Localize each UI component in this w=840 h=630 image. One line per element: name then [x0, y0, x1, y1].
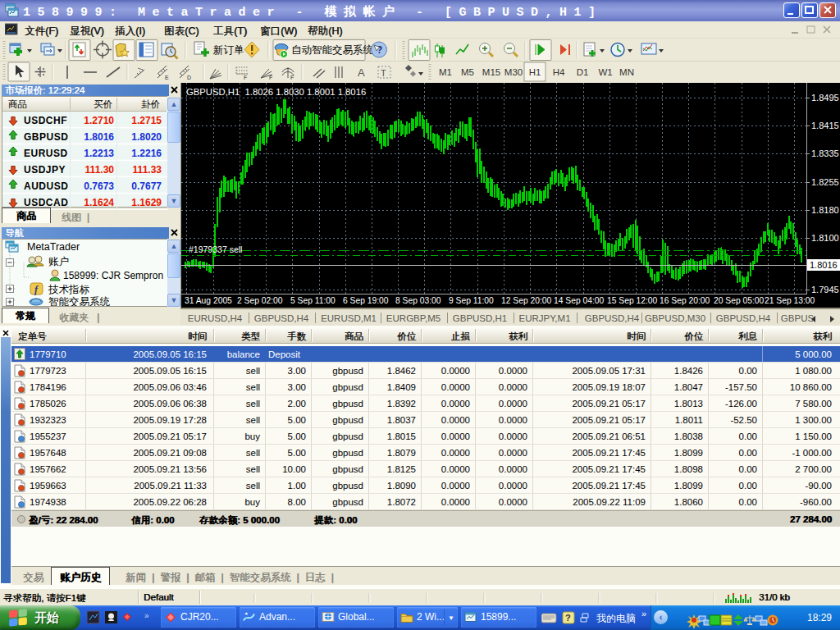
svg-text:MetaTrader: MetaTrader — [27, 241, 80, 253]
svg-text:15 Sep 12:00: 15 Sep 12:00 — [607, 296, 658, 305]
svg-text:1.8020: 1.8020 — [131, 131, 162, 143]
svg-text:GBPUSD,H1 1.8026 1.8030 1.800: GBPUSD,H1 1.8026 1.8030 1.8001 1.8016 — [186, 87, 366, 97]
svg-text:USDCHF: USDCHF — [24, 115, 67, 126]
svg-text:账户: 账户 — [48, 256, 69, 267]
svg-text:D1: D1 — [577, 67, 589, 77]
svg-text:158999: CJR Sempron: 158999: CJR Sempron — [63, 270, 163, 281]
svg-text:F: F — [244, 75, 247, 80]
svg-text:EURUSD: EURUSD — [24, 148, 68, 159]
svg-text:12 Sep 20:00: 12 Sep 20:00 — [501, 296, 552, 305]
svg-text:M5: M5 — [461, 67, 474, 77]
svg-text:1.1629: 1.1629 — [131, 197, 162, 208]
svg-text:T: T — [381, 68, 386, 78]
svg-text:1.7945: 1.7945 — [811, 285, 839, 294]
svg-text:1.8100: 1.8100 — [811, 233, 839, 243]
svg-text:F: F — [269, 75, 272, 80]
svg-text:H1: H1 — [529, 67, 541, 77]
svg-text:M15: M15 — [482, 67, 500, 77]
svg-text:1.8016: 1.8016 — [810, 260, 838, 270]
svg-text:1.8255: 1.8255 — [811, 177, 839, 187]
svg-text:自动智能交易系统: 自动智能交易系统 — [291, 44, 374, 56]
svg-text:D: D — [187, 75, 191, 80]
svg-text:USDJPY: USDJPY — [24, 164, 66, 176]
svg-text:新订单: 新订单 — [213, 44, 244, 56]
svg-text:H4: H4 — [553, 67, 565, 77]
svg-text:1.2715: 1.2715 — [131, 115, 162, 126]
svg-text:2 Sep 02:00: 2 Sep 02:00 — [237, 296, 283, 305]
svg-text:6 Sep 19:00: 6 Sep 19:00 — [343, 296, 389, 305]
svg-text:USDCAD: USDCAD — [24, 197, 68, 208]
svg-text:M1: M1 — [439, 67, 452, 77]
svg-text:1.8495: 1.8495 — [811, 93, 839, 103]
svg-text:0.7673: 0.7673 — [84, 180, 114, 192]
svg-text:20 Sep 05:00: 20 Sep 05:00 — [714, 296, 765, 305]
svg-text:111.33: 111.33 — [133, 164, 162, 176]
svg-text:F: F — [290, 75, 294, 80]
svg-text:1.8335: 1.8335 — [811, 148, 839, 158]
svg-text:技术指标: 技术指标 — [48, 284, 90, 295]
svg-text:0.7677: 0.7677 — [131, 180, 162, 192]
svg-text:1.1624: 1.1624 — [84, 197, 114, 208]
svg-text:GBPUSD: GBPUSD — [24, 131, 68, 143]
svg-text:111.30: 111.30 — [85, 164, 115, 176]
svg-text:8 Sep 03:00: 8 Sep 03:00 — [395, 296, 441, 305]
svg-text:1.8180: 1.8180 — [811, 205, 839, 215]
svg-text:21 Sep 13:00: 21 Sep 13:00 — [765, 296, 815, 305]
svg-text:?: ? — [377, 44, 382, 56]
svg-text:A: A — [358, 66, 365, 79]
svg-text:1.2216: 1.2216 — [131, 148, 162, 159]
svg-text:E: E — [165, 75, 169, 80]
svg-text:9 Sep 11:00: 9 Sep 11:00 — [449, 296, 494, 305]
svg-text:1.8016: 1.8016 — [84, 131, 114, 143]
svg-text:1.2710: 1.2710 — [84, 115, 114, 126]
svg-text:14 Sep 04:00: 14 Sep 04:00 — [554, 296, 605, 305]
svg-text:1.8415: 1.8415 — [811, 121, 839, 130]
svg-text:智能交易系统: 智能交易系统 — [48, 296, 111, 306]
svg-text:16 Sep 20:00: 16 Sep 20:00 — [660, 296, 710, 305]
svg-text:AUDUSD: AUDUSD — [24, 180, 68, 192]
svg-text:MN: MN — [619, 67, 634, 77]
svg-text:5 Sep 11:00: 5 Sep 11:00 — [290, 296, 336, 305]
svg-text:M30: M30 — [504, 67, 523, 77]
svg-text:W1: W1 — [598, 67, 612, 77]
svg-text:1.2213: 1.2213 — [84, 148, 114, 159]
svg-text:#1979337 sell: #1979337 sell — [189, 244, 242, 254]
svg-text:31 Aug 2005: 31 Aug 2005 — [185, 296, 232, 305]
